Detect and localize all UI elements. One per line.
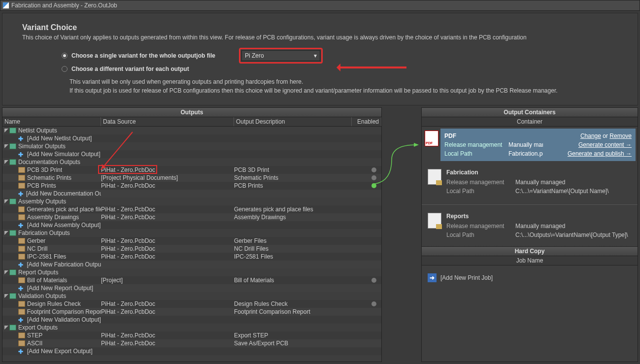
output-row[interactable]: IPC-2581 FilesPiHat - Zero.PcbDocIPC-258…: [2, 253, 381, 261]
outputs-panel: Outputs Name Data Source Output Descript…: [2, 107, 382, 362]
add-simulator[interactable]: [Add New Simulator Output]: [27, 151, 101, 158]
output-name: Footprint Comparison Report: [27, 308, 101, 315]
add-documentation[interactable]: [Add New Documentation Output]: [26, 190, 101, 197]
add-fabrication[interactable]: [Add New Fabrication Output]: [27, 261, 101, 268]
add-report[interactable]: [Add New Report Output]: [27, 285, 93, 292]
document-icon: [18, 183, 25, 189]
add-print-job[interactable]: ➜ [Add New Print Job]: [422, 265, 638, 290]
group-report[interactable]: Report Outputs: [18, 269, 58, 276]
group-simulator[interactable]: Simulator Outputs: [18, 143, 66, 150]
enabled-toggle[interactable]: [371, 301, 376, 306]
output-desc: PCB Prints: [234, 182, 351, 189]
add-icon: ✚: [18, 317, 25, 323]
expand-icon[interactable]: [4, 294, 8, 298]
fab-title: Fabrication: [446, 169, 632, 176]
expand-icon[interactable]: [4, 144, 8, 148]
add-netlist[interactable]: [Add New Netlist Output]: [27, 135, 92, 142]
expand-icon[interactable]: [4, 231, 8, 235]
output-row[interactable]: PCB PrintsPiHat - Zero.PcbDocPCB Prints: [2, 182, 381, 190]
add-assembly[interactable]: [Add New Assembly Output]: [27, 222, 101, 229]
output-row[interactable]: Generates pick and place filesPiHat - Ze…: [2, 205, 381, 213]
group-fabrication[interactable]: Fabrication Outputs: [18, 230, 70, 236]
output-desc: Export STEP: [234, 332, 380, 339]
output-row[interactable]: STEPPiHat - Zero.PcbDocExport STEP: [2, 331, 381, 339]
remove-link[interactable]: Remove: [609, 132, 632, 139]
outputs-body[interactable]: Netlist Outputs ✚[Add New Netlist Output…: [2, 127, 381, 362]
output-desc: Generates pick and place files: [234, 206, 380, 213]
output-row[interactable]: Footprint Comparison ReportPiHat - Zero.…: [2, 308, 381, 316]
output-row[interactable]: Assembly DrawingsPiHat - Zero.PcbDocAsse…: [2, 213, 381, 221]
pdf-title: PDF: [444, 132, 563, 139]
group-netlist[interactable]: Netlist Outputs: [18, 127, 57, 134]
containers-title: Output Containers: [422, 108, 638, 117]
variant-heading: Variant Choice: [22, 23, 618, 32]
group-export[interactable]: Export Outputs: [18, 324, 58, 331]
output-name: Schematic Prints: [27, 174, 71, 181]
output-row[interactable]: GerberPiHat - Zero.PcbDocGerber Files: [2, 237, 381, 245]
containers-subhead: Container: [422, 117, 638, 127]
output-ds: PiHat - Zero.PcbDoc: [101, 340, 234, 347]
output-containers-panel: Output Containers Container PDF Release …: [421, 107, 638, 362]
group-assembly[interactable]: Assembly Outputs: [18, 198, 66, 205]
folder-icon: [9, 230, 16, 236]
generate-content-link[interactable]: Generate content →: [568, 141, 632, 148]
folder-icon: [9, 199, 16, 204]
output-row[interactable]: Schematic Prints[Project Physical Docume…: [2, 174, 381, 182]
output-name: IPC-2581 Files: [27, 253, 66, 260]
enabled-toggle[interactable]: [371, 278, 376, 283]
output-name: PCB Prints: [27, 182, 56, 189]
group-validation[interactable]: Validation Outputs: [18, 293, 66, 299]
add-icon: ✚: [18, 348, 25, 354]
output-row[interactable]: NC DrillPiHat - Zero.PcbDocNC Drill File…: [2, 245, 381, 253]
hardcopy-title: Hard Copy: [422, 246, 638, 256]
document-icon: [18, 246, 25, 252]
expand-icon[interactable]: [4, 160, 8, 164]
rep-title: Reports: [446, 213, 632, 220]
folder-icon: [9, 325, 16, 331]
group-documentation[interactable]: Documentation Outputs: [18, 159, 80, 165]
window-title: Fabrication and Assembly - Zero.OutJob: [11, 2, 117, 9]
container-pdf[interactable]: PDF Release managementManually managed L…: [440, 129, 636, 161]
col-datasource[interactable]: Data Source: [101, 117, 234, 126]
expand-icon[interactable]: [4, 199, 8, 203]
expand-icon[interactable]: [4, 270, 8, 274]
container-fabrication[interactable]: Fabrication Release managementManually m…: [424, 165, 636, 200]
output-name: ASCII: [27, 340, 42, 347]
expand-icon[interactable]: [4, 129, 8, 132]
change-link[interactable]: Change: [580, 132, 601, 139]
document-icon: [18, 254, 25, 260]
col-name[interactable]: Name: [2, 117, 101, 126]
output-row[interactable]: PCB 3D PrintPiHat - Zero.PcbDocPCB 3D Pr…: [2, 166, 381, 174]
outputs-column-header: Name Data Source Output Description Enab…: [2, 117, 381, 127]
expand-icon[interactable]: [4, 326, 8, 330]
arrow-right-icon: ➜: [428, 273, 437, 282]
output-row[interactable]: Bill of Materials[Project]Bill of Materi…: [2, 276, 381, 284]
rep-rm-label: Release management: [446, 223, 515, 230]
pdf-icon: [425, 131, 438, 146]
col-enabled[interactable]: Enabled: [352, 117, 381, 126]
rep-rm-value: Manually managed: [515, 223, 565, 230]
add-export[interactable]: [Add New Export Output]: [27, 348, 93, 355]
outputs-panel-title: Outputs: [2, 108, 381, 117]
radio-per-output-variant[interactable]: [62, 66, 67, 72]
add-validation[interactable]: [Add New Validation Output]: [27, 316, 101, 323]
output-ds: PiHat - Zero.PcbDoc: [101, 308, 234, 315]
rep-lp-value: C:\...\Outputs\=VariantName\[Output Type…: [515, 232, 628, 238]
output-ds: PiHat - Zero.PcbDoc: [101, 245, 234, 252]
svg-marker-0: [414, 143, 419, 147]
radio-single-variant[interactable]: [62, 53, 67, 59]
variant-dropdown[interactable]: Pi Zero ▾: [241, 50, 320, 61]
output-name: Generates pick and place files: [27, 206, 101, 213]
generate-publish-link[interactable]: Generate and publish →: [568, 150, 632, 157]
pdf-lp-label: Local Path: [444, 150, 508, 157]
variant-choice-panel: Variant Choice This choice of Variant on…: [2, 13, 638, 105]
output-row[interactable]: Design Rules CheckPiHat - Zero.PcbDocDes…: [2, 300, 381, 308]
container-reports[interactable]: Reports Release managementManually manag…: [424, 209, 636, 244]
add-icon: ✚: [18, 151, 25, 157]
or-text: or: [603, 132, 608, 139]
col-description[interactable]: Output Description: [234, 117, 352, 126]
variant-dropdown-value: Pi Zero: [245, 52, 264, 59]
output-row[interactable]: ASCIIPiHat - Zero.PcbDocSave As/Export P…: [2, 339, 381, 347]
output-ds: PiHat - Zero.PcbDoc: [101, 237, 234, 244]
pdf-rm-label: Release management: [444, 141, 508, 148]
